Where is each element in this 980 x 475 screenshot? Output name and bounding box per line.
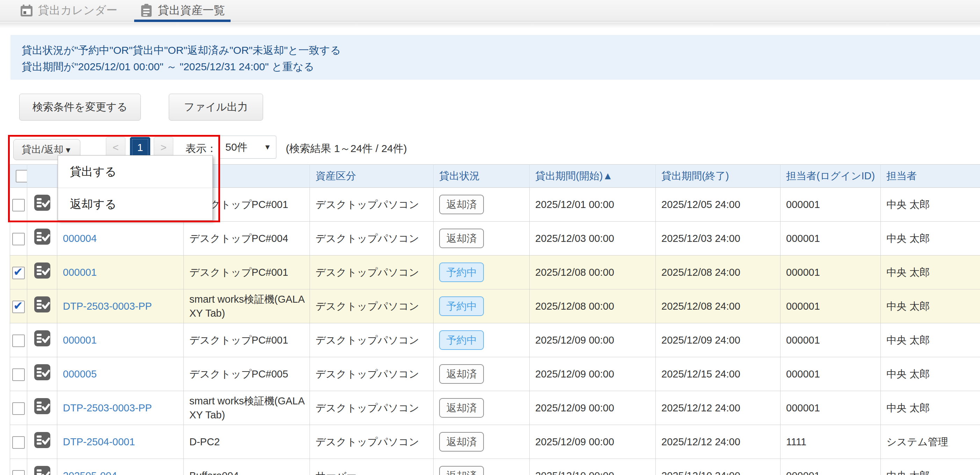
page-size-value: 50件: [225, 140, 247, 155]
filter-summary: 貸出状況が"予約中"OR"貸出中"OR"返却済み"OR"未返却"と一致する 貸出…: [11, 35, 980, 80]
row-checkbox[interactable]: [12, 199, 25, 212]
lending-status-cell: 返却済: [434, 222, 530, 255]
list-check-icon[interactable]: [34, 432, 51, 448]
list-check-icon[interactable]: [34, 296, 51, 313]
asset-name-cell: D-PC2: [184, 425, 310, 459]
status-badge: 返却済: [439, 195, 484, 214]
asset-category-cell: サーバー: [310, 459, 434, 475]
asset-code-cell: 202505-004: [57, 459, 184, 475]
asset-code-link[interactable]: 000005: [63, 368, 97, 379]
row-checkbox[interactable]: [12, 470, 25, 475]
row-checkbox[interactable]: [12, 301, 25, 313]
prev-page-button[interactable]: <: [106, 137, 126, 158]
manager-login-id-cell: 000001: [781, 391, 881, 425]
lending-start-cell: 2025/12/08 00:00: [530, 255, 656, 289]
column-header-5[interactable]: 貸出状況: [434, 165, 530, 188]
row-detail-cell: [27, 188, 57, 222]
manager-login-id-cell: 000001: [781, 357, 881, 391]
row-detail-cell: [27, 459, 57, 475]
row-detail-cell: [27, 425, 57, 459]
select-all-checkbox[interactable]: [16, 170, 27, 182]
change-search-conditions-button[interactable]: 検索条件を変更する: [19, 94, 141, 121]
asset-category-cell: デスクトップパソコン: [310, 222, 434, 255]
manager-login-id-cell: 000001: [781, 222, 881, 255]
asset-name-cell: Buffero004: [184, 459, 310, 475]
row-checkbox-cell: [10, 188, 27, 222]
manager-login-id-cell: 000001: [781, 323, 881, 357]
status-badge: 返却済: [439, 229, 484, 248]
tab-bar-shadow: [0, 22, 980, 28]
asset-code-link[interactable]: 000001: [63, 335, 97, 346]
column-header-9[interactable]: 担当者: [881, 165, 980, 188]
list-check-icon[interactable]: [34, 364, 51, 381]
table-row: DTP-2504-0001D-PC2デスクトップパソコン返却済2025/12/0…: [10, 425, 980, 459]
column-header-8[interactable]: 担当者(ログインID): [781, 165, 881, 188]
manager-name-cell: 中央 太郎: [881, 188, 980, 222]
asset-code-link[interactable]: DTP-2503-0003-PP: [63, 402, 152, 413]
tab-lending-calendar[interactable]: 貸出カレンダー: [9, 0, 129, 21]
lending-start-cell: 2025/12/01 00:00: [530, 188, 656, 222]
next-page-button[interactable]: >: [154, 137, 173, 158]
row-checkbox-cell: [10, 289, 27, 323]
manager-login-id-cell: 000001: [781, 459, 881, 475]
row-checkbox-cell: [10, 357, 27, 391]
list-check-icon[interactable]: [34, 330, 51, 347]
lend-return-menu: 貸出する返却する: [58, 155, 213, 220]
manager-name-cell: 中央 太郎: [881, 289, 980, 323]
asset-code-cell: 000004: [57, 222, 184, 255]
clipboard-icon: [140, 3, 153, 18]
lending-start-cell: 2025/12/09 00:00: [530, 425, 656, 459]
caret-down-icon: ▼: [264, 143, 271, 151]
tab-lending-asset-list[interactable]: 貸出資産一覧: [129, 0, 236, 21]
asset-name-cell: デスクトップPC#005: [184, 357, 310, 391]
column-header-4[interactable]: 資産区分: [310, 165, 434, 188]
row-checkbox-cell: [10, 459, 27, 475]
status-badge: 予約中: [439, 263, 484, 282]
column-header-7[interactable]: 貸出期間(終了): [656, 165, 781, 188]
row-checkbox[interactable]: [12, 267, 25, 279]
row-checkbox[interactable]: [12, 436, 25, 449]
lending-asset-list-page: 貸出カレンダー 貸出資産一覧 貸出状況が"予約中"OR"貸出中"OR"返却済み"…: [0, 0, 980, 475]
manager-name-cell: 中央 太郎: [881, 391, 980, 425]
list-check-icon[interactable]: [34, 228, 51, 245]
list-check-icon[interactable]: [34, 465, 51, 475]
lending-end-cell: 2025/12/05 24:00: [656, 188, 781, 222]
status-badge: 返却済: [439, 432, 484, 451]
asset-code-link[interactable]: DTP-2503-0003-PP: [63, 301, 152, 312]
row-checkbox[interactable]: [12, 368, 25, 381]
manager-name-cell: 中央 太郎: [881, 459, 980, 475]
list-check-icon[interactable]: [34, 262, 51, 279]
asset-code-link[interactable]: DTP-2504-0001: [63, 436, 135, 447]
menu-item-lend[interactable]: 貸出する: [58, 156, 212, 188]
column-header-6[interactable]: 貸出期間(開始)▲: [530, 165, 656, 188]
lending-start-cell: 2025/12/03 00:00: [530, 222, 656, 255]
page-size-select[interactable]: 50件 ▼: [219, 135, 276, 159]
asset-code-link[interactable]: 000001: [63, 267, 97, 278]
row-detail-cell: [27, 391, 57, 425]
lending-start-cell: 2025/12/09 00:00: [530, 357, 656, 391]
current-page-button[interactable]: 1: [130, 137, 150, 158]
manager-name-cell: 中央 太郎: [881, 255, 980, 289]
row-checkbox-cell: [10, 255, 27, 289]
list-check-icon[interactable]: [34, 194, 51, 211]
asset-code-link[interactable]: 000004: [63, 233, 97, 244]
display-label: 表示：: [186, 142, 217, 156]
row-checkbox[interactable]: [12, 335, 25, 347]
row-checkbox[interactable]: [12, 233, 25, 245]
menu-item-return[interactable]: 返却する: [58, 188, 212, 220]
asset-code-cell: DTP-2504-0001: [57, 425, 184, 459]
lending-start-cell: 2025/12/08 00:00: [530, 289, 656, 323]
row-checkbox-cell: [10, 323, 27, 357]
tab-label: 貸出資産一覧: [158, 3, 225, 18]
row-checkbox[interactable]: [12, 402, 25, 415]
tab-bar: 貸出カレンダー 貸出資産一覧: [0, 0, 980, 22]
manager-name-cell: 中央 太郎: [881, 357, 980, 391]
row-detail-cell: [27, 222, 57, 255]
file-output-button[interactable]: ファイル出力: [169, 94, 263, 121]
asset-code-link[interactable]: 202505-004: [63, 470, 117, 475]
asset-code-cell: 000005: [57, 357, 184, 391]
manager-login-id-cell: 000001: [781, 255, 881, 289]
asset-category-cell: デスクトップパソコン: [310, 323, 434, 357]
lending-status-cell: 予約中: [434, 323, 530, 357]
list-check-icon[interactable]: [34, 398, 51, 414]
